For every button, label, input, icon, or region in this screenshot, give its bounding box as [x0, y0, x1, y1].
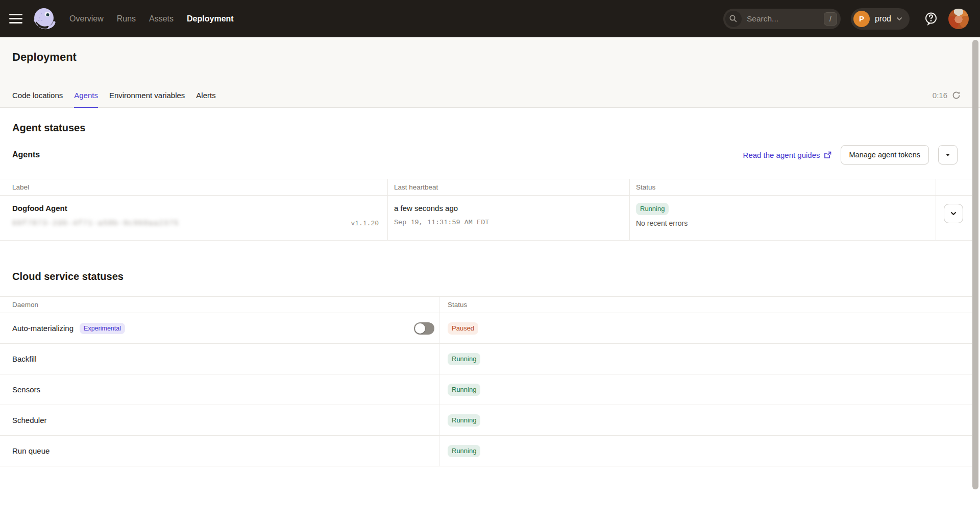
agents-toolbar: Agents Read the agent guides Manage agen… — [0, 145, 980, 165]
agent-errors-text: No recent errors — [636, 219, 688, 227]
daemon-name: Sensors — [12, 385, 40, 394]
agent-status-badge: Running — [636, 203, 669, 215]
page-header: Deployment Code locations Agents Environ… — [0, 37, 980, 108]
column-header-status: Status — [439, 301, 972, 309]
tab-agents[interactable]: Agents — [74, 91, 98, 108]
agent-row: Dogfood Agent 60f7873-2d6-4f71-a58b-9c96… — [0, 196, 972, 241]
agents-toolbar-actions: Read the agent guides Manage agent token… — [743, 145, 958, 164]
org-switcher[interactable]: P prod — [851, 8, 910, 30]
scrollbar-thumb[interactable] — [972, 40, 978, 489]
main-content: Agent statuses Agents Read the agent gui… — [0, 122, 980, 466]
chevron-down-icon — [949, 209, 958, 218]
daemon-name: Run queue — [12, 446, 50, 455]
daemon-status-cell: Running — [439, 405, 972, 435]
heartbeat-relative: a few seconds ago — [394, 204, 458, 213]
page-title: Deployment — [12, 51, 77, 64]
question-circle-icon — [923, 11, 939, 27]
daemon-cell: Run queue — [0, 436, 439, 466]
daemon-cell: Backfill — [0, 344, 439, 374]
agents-subtitle: Agents — [12, 150, 40, 159]
daemon-status-cell: Running — [439, 374, 972, 405]
nav-item-overview[interactable]: Overview — [69, 14, 104, 23]
section-title-cloud-services: Cloud service statuses — [12, 271, 968, 282]
agent-name: Dogfood Agent — [12, 204, 67, 213]
column-header-last-heartbeat: Last heartbeat — [388, 179, 630, 195]
org-name: prod — [875, 14, 891, 23]
agent-label-cell: Dogfood Agent 60f7873-2d6-4f71-a58b-9c96… — [0, 196, 388, 240]
status-badge-paused: Paused — [448, 322, 478, 335]
user-avatar[interactable] — [948, 9, 969, 29]
agent-guides-link[interactable]: Read the agent guides — [743, 151, 831, 159]
column-header-daemon: Daemon — [0, 297, 439, 313]
agent-status-cell: Running No recent errors — [630, 196, 936, 240]
daemon-cell: Sensors — [0, 374, 439, 405]
refresh-button[interactable] — [952, 91, 961, 100]
heartbeat-timestamp: Sep 19, 11:31:59 AM EDT — [394, 219, 489, 226]
refresh-countdown: 0:16 — [933, 91, 947, 100]
daemon-status-cell: Running — [439, 344, 972, 374]
status-badge-running: Running — [448, 353, 480, 365]
dagster-logo-icon[interactable] — [32, 7, 56, 31]
manage-agent-tokens-button[interactable]: Manage agent tokens — [841, 145, 929, 164]
daemon-row-backfill: Backfill Running — [0, 344, 972, 374]
cloud-table-header: Daemon Status — [0, 296, 972, 313]
tab-code-locations[interactable]: Code locations — [12, 91, 63, 108]
tab-alerts[interactable]: Alerts — [196, 91, 215, 108]
daemon-row-auto-materializing: Auto-materializing Experimental Paused — [0, 313, 972, 344]
caret-down-icon — [945, 152, 951, 158]
org-avatar: P — [853, 11, 870, 27]
nav-item-runs[interactable]: Runs — [117, 14, 136, 23]
nav-item-assets[interactable]: Assets — [149, 14, 174, 23]
daemon-status-cell: Running — [439, 436, 972, 466]
top-nav: Overview Runs Assets Deployment Search..… — [0, 0, 980, 37]
external-link-icon — [824, 151, 831, 159]
refresh-indicator: 0:16 — [933, 91, 961, 100]
chevron-down-icon — [896, 15, 903, 22]
agent-id-redacted: 60f7873-2d6-4f71-a58b-9c960aa2375 — [12, 219, 179, 227]
cloud-services-table: Daemon Status Auto-materializing Experim… — [0, 296, 972, 466]
daemon-row-sensors: Sensors Running — [0, 374, 972, 405]
agent-heartbeat-cell: a few seconds ago Sep 19, 11:31:59 AM ED… — [388, 196, 630, 240]
daemon-status-cell: Paused — [439, 313, 972, 343]
daemon-name: Scheduler — [12, 416, 47, 424]
agent-guides-link-label: Read the agent guides — [743, 151, 820, 159]
column-header-status: Status — [630, 179, 936, 195]
search-icon — [725, 11, 742, 27]
token-options-button[interactable] — [938, 145, 958, 164]
help-button[interactable] — [923, 11, 939, 27]
refresh-icon — [952, 91, 961, 100]
menu-button[interactable] — [9, 11, 24, 27]
status-badge-running: Running — [448, 384, 480, 396]
agent-expand-button[interactable] — [944, 204, 963, 223]
agent-version: v1.1.20 — [351, 220, 379, 227]
daemon-row-run-queue: Run queue Running — [0, 436, 972, 466]
agents-table-header: Label Last heartbeat Status — [0, 179, 972, 196]
tab-bar: Code locations Agents Environment variab… — [12, 91, 216, 108]
status-badge-running: Running — [448, 414, 480, 427]
auto-materializing-toggle[interactable] — [414, 322, 434, 335]
search-input[interactable]: Search... / — [723, 9, 841, 29]
daemon-cell: Scheduler — [0, 405, 439, 435]
nav-right-controls: Search... / P prod — [723, 8, 969, 30]
status-badge-running: Running — [448, 445, 480, 457]
section-title-agent-statuses: Agent statuses — [12, 122, 968, 134]
tab-environment-variables[interactable]: Environment variables — [109, 91, 185, 108]
daemon-name: Auto-materializing — [12, 324, 74, 333]
agents-table: Label Last heartbeat Status Dogfood Agen… — [0, 179, 972, 241]
column-header-label: Label — [0, 179, 388, 195]
search-shortcut-key: / — [824, 12, 837, 26]
search-placeholder: Search... — [747, 14, 778, 23]
daemon-name: Backfill — [12, 355, 37, 363]
daemon-row-scheduler: Scheduler Running — [0, 405, 972, 436]
daemon-cell: Auto-materializing Experimental — [0, 313, 439, 343]
experimental-badge: Experimental — [80, 323, 125, 334]
nav-item-deployment[interactable]: Deployment — [187, 14, 234, 23]
primary-nav: Overview Runs Assets Deployment — [69, 14, 234, 23]
agent-actions-cell — [936, 196, 972, 240]
toggle-knob — [415, 323, 425, 334]
